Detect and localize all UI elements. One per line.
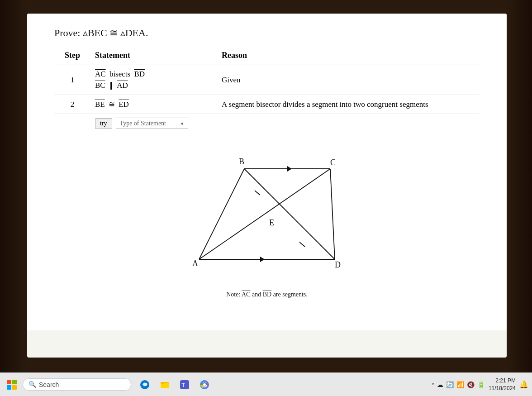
- files-icon: [160, 380, 170, 390]
- parallel-text: ‖: [107, 81, 115, 90]
- bisects-text: bisects: [108, 70, 133, 79]
- label-E: E: [269, 218, 274, 227]
- search-bar[interactable]: 🔍 Search: [23, 378, 131, 391]
- try-reason-cell: [217, 114, 480, 133]
- tray-icons: ^ ☁ 🔄 📶 🔇 🔋: [432, 381, 485, 388]
- notification-bell[interactable]: 🔔: [519, 380, 528, 389]
- svg-point-19: [203, 383, 206, 386]
- tray-battery: 🔋: [477, 381, 485, 388]
- prove-header: Prove: ▵BEC ≅ ▵DEA.: [54, 27, 480, 39]
- system-tray: ^ ☁ 🔄 📶 🔇 🔋 2:21 PM 11/18/2024 🔔: [432, 377, 528, 392]
- clock-date: 11/18/2024: [489, 385, 516, 392]
- svg-text:T: T: [181, 382, 185, 388]
- ad-overline: AD: [117, 81, 128, 90]
- taskbar-app-files[interactable]: [156, 376, 174, 394]
- type-of-statement-select[interactable]: Type of Statement Angle Segment Triangle…: [116, 118, 188, 129]
- be-overline: BE: [95, 100, 105, 109]
- taskbar-icons: T: [136, 376, 214, 394]
- diagram-area: B C A D E Note: AC and BD are segments.: [54, 142, 480, 298]
- taskbar: 🔍 Search T: [0, 372, 532, 396]
- taskbar-app-browser[interactable]: [136, 376, 154, 394]
- svg-line-3: [330, 169, 335, 259]
- label-C: C: [330, 158, 336, 167]
- tray-update: 🔄: [446, 381, 454, 388]
- bd-overline: BD: [134, 70, 145, 79]
- svg-marker-2: [287, 166, 292, 172]
- bc-overline: BC: [95, 81, 105, 90]
- svg-line-6: [199, 169, 330, 259]
- ed-overline: ED: [119, 100, 129, 109]
- try-input-row: try Type of Statement Angle Segment Tria…: [54, 114, 480, 133]
- svg-line-0: [199, 169, 244, 259]
- try-button[interactable]: try: [95, 118, 112, 129]
- statement-1: AC bisects BD BC ‖ AD: [90, 65, 217, 95]
- tray-wifi: 📶: [456, 381, 464, 388]
- proof-table: Step Statement Reason 1 AC bisects BD: [54, 48, 480, 133]
- bg-left-panel: [0, 0, 27, 396]
- tray-cloud: ☁: [437, 381, 443, 388]
- start-button[interactable]: [4, 377, 20, 393]
- diagram-note: Note: AC and BD are segments.: [226, 291, 308, 298]
- tray-chevron[interactable]: ^: [432, 382, 434, 387]
- teams-icon: T: [180, 380, 190, 390]
- svg-line-7: [244, 169, 335, 259]
- ac-overline: AC: [95, 70, 106, 79]
- reason-2: A segment bisector divides a segment int…: [217, 95, 480, 114]
- label-B: B: [239, 157, 244, 166]
- step-number-1: 1: [54, 65, 90, 95]
- taskbar-app-chrome[interactable]: [195, 376, 214, 394]
- tray-volume: 🔇: [467, 381, 475, 388]
- note-ac: AC: [242, 291, 250, 298]
- reason-1: Given: [217, 65, 480, 95]
- step-number-2: 2: [54, 95, 90, 114]
- clock-time: 2:21 PM: [489, 377, 516, 385]
- svg-line-8: [255, 191, 260, 195]
- label-A: A: [192, 259, 198, 268]
- geometry-diagram: B C A D E: [172, 142, 362, 286]
- search-label: Search: [39, 381, 59, 388]
- try-statement-cell[interactable]: try Type of Statement Angle Segment Tria…: [90, 114, 217, 133]
- bg-right-panel: [507, 0, 532, 396]
- search-icon: 🔍: [28, 381, 36, 388]
- col-header-step: Step: [54, 48, 90, 65]
- main-screen: Prove: ▵BEC ≅ ▵DEA. Step Statement Reaso…: [27, 14, 507, 358]
- label-D: D: [335, 260, 341, 269]
- table-row: 2 BE ≅ ED A segment bisector divides a s…: [54, 95, 480, 114]
- table-row: 1 AC bisects BD BC ‖ AD: [54, 65, 480, 95]
- congruent-symbol: ≅: [107, 100, 117, 109]
- content-area: Prove: ▵BEC ≅ ▵DEA. Step Statement Reaso…: [27, 14, 507, 330]
- edge-icon: [140, 380, 150, 390]
- col-header-statement: Statement: [90, 48, 217, 65]
- col-header-reason: Reason: [217, 48, 480, 65]
- clock[interactable]: 2:21 PM 11/18/2024: [489, 377, 516, 392]
- chrome-icon: [200, 380, 209, 390]
- try-step-cell: [54, 114, 90, 133]
- taskbar-app-teams[interactable]: T: [176, 376, 194, 394]
- type-select-wrapper[interactable]: Type of Statement Angle Segment Triangle…: [116, 118, 188, 129]
- svg-rect-13: [161, 382, 164, 384]
- svg-line-9: [299, 242, 305, 247]
- windows-icon: [7, 380, 17, 390]
- svg-rect-12: [161, 383, 169, 388]
- statement-2: BE ≅ ED: [90, 95, 217, 114]
- note-bd: BD: [263, 291, 271, 298]
- svg-marker-5: [260, 257, 265, 262]
